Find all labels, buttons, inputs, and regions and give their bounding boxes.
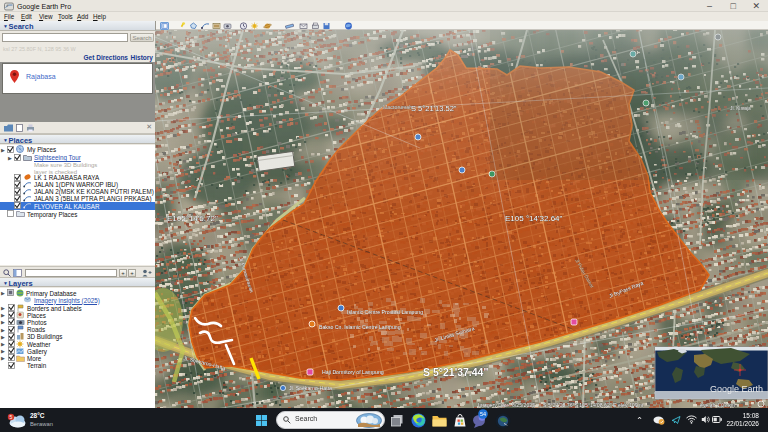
svg-text:5: 5 xyxy=(10,414,13,420)
svg-text:Google Earth: Google Earth xyxy=(710,384,763,394)
svg-text:54: 54 xyxy=(480,411,486,417)
